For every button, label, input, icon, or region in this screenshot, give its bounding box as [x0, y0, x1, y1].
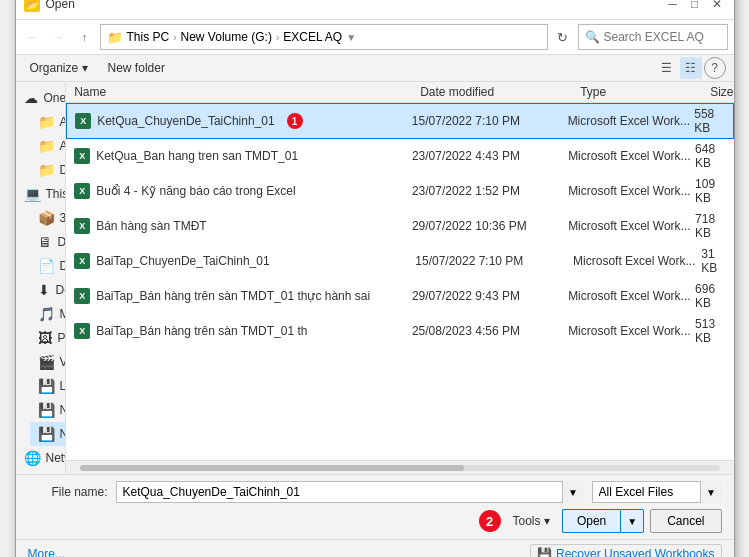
network-icon: 🌐: [24, 450, 40, 466]
file-date: 15/07/2022 7:10 PM: [411, 254, 569, 268]
new-volume-f-icon: 💾: [38, 402, 54, 418]
apps-icon: 📁: [38, 114, 54, 130]
bottom-area: File name: ▼ All Excel Files ▼ 2 Tools ▾…: [16, 474, 734, 539]
file-date: 29/07/2022 10:36 PM: [408, 219, 564, 233]
pictures-icon: 🖼: [38, 330, 52, 346]
toolbar: Organize ▾ New folder ☰ ☷ ?: [16, 55, 734, 82]
sidebar-label-thispc: This PC: [46, 187, 67, 201]
file-type: Microsoft Excel Work...: [564, 219, 691, 233]
more-button[interactable]: More...: [28, 547, 65, 557]
file-date: 25/08/2023 4:56 PM: [408, 324, 564, 338]
sidebar-item-local-disk[interactable]: 💾 Local Disk (C:): [30, 374, 66, 398]
breadcrumb-arrow1: ›: [173, 32, 176, 43]
file-name: X BaiTap_ChuyenDe_TaiChinh_01: [66, 253, 411, 269]
file-name: X BaiTap_Bán hàng trên sàn TMDT_01 th: [66, 323, 408, 339]
col-header-size[interactable]: Size: [706, 85, 733, 99]
sidebar-item-network[interactable]: 🌐 Network: [16, 446, 66, 470]
up-button[interactable]: ↑: [74, 26, 96, 48]
view-list-btn[interactable]: ☰: [656, 57, 678, 79]
excel-icon: X: [74, 218, 90, 234]
sidebar-item-desktop[interactable]: 🖥 Desktop: [30, 230, 66, 254]
file-date: 23/07/2022 1:52 PM: [408, 184, 564, 198]
sidebar-label-music: Music: [60, 307, 67, 321]
col-header-type[interactable]: Type: [576, 85, 706, 99]
sidebar-label-videos: Videos: [60, 355, 67, 369]
sidebar-item-avo[interactable]: 📁 AVO: [30, 134, 66, 158]
filetype-select[interactable]: All Excel Files: [592, 481, 722, 503]
breadcrumb-newvolume: New Volume (G:): [181, 30, 272, 44]
file-size: 648 KB: [691, 142, 733, 170]
horizontal-scrollbar[interactable]: [66, 460, 733, 474]
search-box[interactable]: 🔍: [578, 24, 728, 50]
organize-button[interactable]: Organize ▾: [24, 58, 94, 78]
avo-icon: 📁: [38, 138, 54, 154]
help-button[interactable]: ?: [704, 57, 726, 79]
sidebar-item-3dobjects[interactable]: 📦 3D Objects: [30, 206, 66, 230]
file-date: 29/07/2022 9:43 PM: [408, 289, 564, 303]
address-bar: ← → ↑ 📁 This PC › New Volume (G:) › EXCE…: [16, 20, 734, 55]
sidebar-label-new-volume-f: New Volume (F:): [60, 403, 67, 417]
sidebar-item-pictures[interactable]: 🖼 Pictures: [30, 326, 66, 350]
filename-input[interactable]: [116, 481, 584, 503]
file-row[interactable]: X BaiTap_Bán hàng trên sàn TMDT_01 thực …: [66, 279, 733, 314]
sidebar-label-downloads: Downloads: [56, 283, 67, 297]
minimize-button[interactable]: ─: [664, 0, 682, 13]
sidebar-item-downloads[interactable]: ⬇ Downloads: [30, 278, 66, 302]
file-size: 696 KB: [691, 282, 733, 310]
excel-icon: X: [74, 288, 90, 304]
file-size: 718 KB: [691, 212, 733, 240]
documents-pc-icon: 📄: [38, 258, 54, 274]
view-details-btn[interactable]: ☷: [680, 57, 702, 79]
file-type: Microsoft Excel Work...: [564, 184, 691, 198]
file-row[interactable]: X KetQua_ChuyenDe_TaiChinh_01 1 15/07/20…: [66, 103, 733, 139]
close-button[interactable]: ✕: [708, 0, 726, 13]
col-header-name[interactable]: Name: [66, 85, 416, 99]
recover-icon: 💾: [537, 547, 552, 557]
open-button-group: Open ▼: [562, 509, 644, 533]
sidebar-label-onedrive: OneDrive - Person...: [44, 91, 67, 105]
file-row[interactable]: X Buổi 4 - Kỹ năng báo cáo trong Excel 2…: [66, 174, 733, 209]
extra-bottom: More... 💾 Recover Unsaved Workbooks: [16, 539, 734, 557]
file-row[interactable]: X KetQua_Ban hang tren san TMDT_01 23/07…: [66, 139, 733, 174]
file-name: X Bán hàng sàn TMĐT: [66, 218, 408, 234]
col-header-date[interactable]: Date modified: [416, 85, 576, 99]
refresh-button[interactable]: ↻: [552, 26, 574, 48]
breadcrumb[interactable]: 📁 This PC › New Volume (G:) › EXCEL AQ ▼: [100, 24, 548, 50]
file-row[interactable]: X BaiTap_ChuyenDe_TaiChinh_01 15/07/2022…: [66, 244, 733, 279]
file-type: Microsoft Excel Work...: [564, 324, 691, 338]
sidebar-item-documents-pc[interactable]: 📄 Documents: [30, 254, 66, 278]
sidebar-item-documents-od[interactable]: 📁 Documents: [30, 158, 66, 182]
file-row[interactable]: X BaiTap_Bán hàng trên sàn TMDT_01 th 25…: [66, 314, 733, 349]
file-row[interactable]: X Bán hàng sàn TMĐT 29/07/2022 10:36 PM …: [66, 209, 733, 244]
breadcrumb-folder-icon: 📁: [107, 30, 123, 45]
open-button[interactable]: Open: [562, 509, 620, 533]
filename-dropdown-button[interactable]: ▼: [562, 481, 584, 503]
new-folder-button[interactable]: New folder: [102, 58, 171, 78]
sidebar-item-new-volume-g[interactable]: 💾 New Volume (G:): [30, 422, 66, 446]
file-size: 558 KB: [690, 107, 732, 135]
sidebar-label-desktop: Desktop: [58, 235, 67, 249]
sidebar-item-thispc[interactable]: 💻 This PC: [16, 182, 66, 206]
recover-button[interactable]: 💾 Recover Unsaved Workbooks: [530, 544, 722, 557]
file-date: 15/07/2022 7:10 PM: [408, 114, 564, 128]
back-button[interactable]: ←: [22, 26, 44, 48]
breadcrumb-thispc: This PC: [127, 30, 170, 44]
sidebar-item-onedrive[interactable]: ☁ OneDrive - Person...: [16, 86, 66, 110]
search-input[interactable]: [604, 30, 721, 44]
sidebar-item-apps[interactable]: 📁 Apps: [30, 110, 66, 134]
sidebar-item-music[interactable]: 🎵 Music: [30, 302, 66, 326]
file-size: 513 KB: [691, 317, 733, 345]
file-type: Microsoft Excel Work...: [564, 149, 691, 163]
forward-button[interactable]: →: [48, 26, 70, 48]
cancel-button[interactable]: Cancel: [650, 509, 721, 533]
tools-button[interactable]: Tools ▾: [507, 511, 556, 531]
sidebar-item-new-volume-f[interactable]: 💾 New Volume (F:): [30, 398, 66, 422]
sidebar-item-videos[interactable]: 🎬 Videos: [30, 350, 66, 374]
excel-icon: X: [74, 253, 90, 269]
maximize-button[interactable]: □: [686, 0, 704, 13]
open-dropdown-button[interactable]: ▼: [620, 509, 644, 533]
sidebar-label-network: Network: [46, 451, 67, 465]
action-row: 2 Tools ▾ Open ▼ Cancel: [28, 509, 722, 533]
view-buttons: ☰ ☷ ?: [656, 57, 726, 79]
filename-label: File name:: [28, 485, 108, 499]
